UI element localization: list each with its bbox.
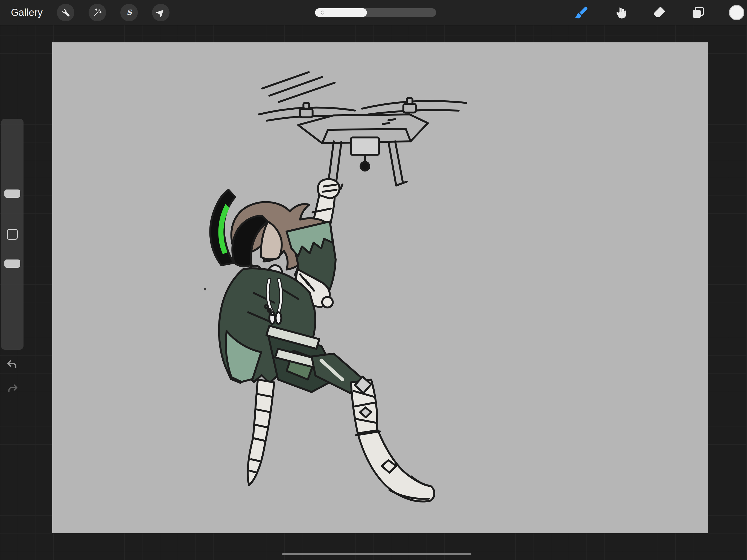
magic-wand-icon [93, 8, 102, 17]
drone-drawing [259, 72, 466, 189]
brush-size-slider-handle[interactable] [4, 189, 20, 198]
modify-button[interactable] [1, 229, 24, 240]
gallery-button[interactable]: Gallery [11, 7, 43, 18]
color-tool-button[interactable] [729, 5, 744, 20]
undo-button[interactable] [5, 358, 20, 373]
progress-handle-icon [319, 9, 325, 16]
eraser-icon [652, 5, 667, 20]
character-drawing [204, 179, 434, 502]
brush-icon [574, 5, 589, 20]
wrench-icon [61, 8, 70, 17]
adjustments-button[interactable] [88, 4, 106, 21]
home-indicator[interactable] [282, 553, 471, 555]
brush-size-slider[interactable] [1, 119, 24, 229]
paint-tool-button[interactable] [574, 5, 590, 21]
erase-tool-button[interactable] [651, 5, 667, 21]
artwork-drawing [52, 42, 708, 533]
redo-arrow-icon [6, 383, 19, 396]
top-toolbar: Gallery S [0, 0, 747, 25]
actions-button[interactable] [57, 4, 74, 21]
smudge-finger-icon [613, 5, 628, 20]
sidebar [1, 119, 24, 350]
layers-tool-button[interactable] [690, 5, 706, 21]
opacity-slider[interactable] [1, 239, 24, 350]
square-outline-icon [7, 229, 18, 240]
svg-text:S: S [127, 8, 133, 17]
layers-icon [691, 5, 705, 20]
selection-s-icon: S [124, 8, 134, 17]
opacity-slider-handle[interactable] [4, 259, 20, 268]
toolbar-left-group: Gallery S [0, 4, 170, 21]
selection-button[interactable]: S [120, 4, 138, 21]
redo-button[interactable] [5, 382, 20, 397]
progress-bar [315, 8, 436, 17]
smudge-tool-button[interactable] [613, 5, 628, 21]
undo-arrow-icon [6, 359, 19, 371]
canvas[interactable] [52, 42, 708, 533]
transform-button[interactable] [152, 4, 170, 21]
toolbar-right-group [574, 0, 744, 25]
transform-arrow-icon [156, 8, 165, 17]
